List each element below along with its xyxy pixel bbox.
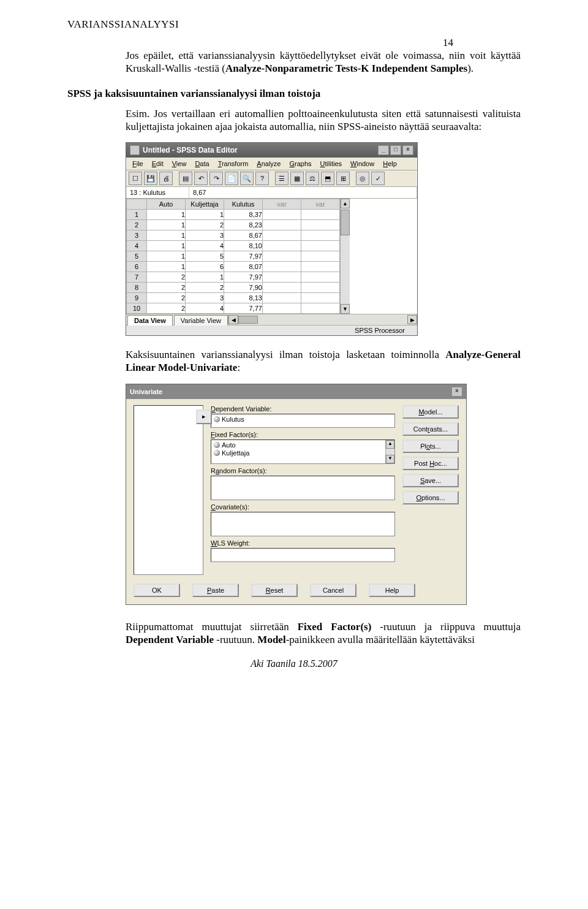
data-table[interactable]: AutoKuljettajaKulutusvarvar 1118,372128,…	[126, 199, 340, 314]
tool-sets-icon[interactable]: ◎	[356, 172, 369, 185]
cell[interactable]: 3	[186, 230, 224, 241]
cell[interactable]: 2	[147, 293, 186, 303]
tab-data-view[interactable]: Data View	[127, 315, 173, 325]
minimize-icon[interactable]: _	[378, 145, 389, 155]
menu-help[interactable]: Help	[379, 159, 401, 169]
tool-weight-icon[interactable]: ⚖	[306, 172, 319, 185]
tool-goto-icon[interactable]: ?	[255, 172, 269, 185]
covariate-box[interactable]	[211, 512, 395, 536]
cell[interactable]: 8,37	[224, 210, 263, 220]
maximize-icon[interactable]: □	[390, 145, 401, 155]
vertical-scrollbar[interactable]: ▲ ▼	[340, 199, 350, 314]
cell[interactable]	[263, 210, 301, 220]
table-row[interactable]: 8227,90	[127, 283, 340, 293]
column-kuljettaja[interactable]: Kuljettaja	[186, 199, 224, 210]
cell[interactable]: 8	[127, 283, 147, 293]
cell[interactable]	[301, 251, 340, 262]
move-right-button[interactable]: ▸	[196, 409, 212, 424]
cell[interactable]	[301, 262, 340, 272]
scroll-up-icon[interactable]: ▲	[341, 199, 350, 208]
cell[interactable]: 7,97	[224, 251, 263, 262]
cell[interactable]: 7,97	[224, 272, 263, 283]
dependent-box[interactable]: Kulutus	[211, 414, 395, 428]
cell[interactable]	[301, 241, 340, 251]
plots-button[interactable]: Plots...	[402, 439, 459, 453]
cell[interactable]	[263, 272, 301, 283]
cell[interactable]	[301, 303, 340, 314]
paste-button[interactable]: Paste	[192, 584, 239, 597]
source-variable-list[interactable]: ▸	[134, 405, 203, 575]
cell[interactable]	[301, 210, 340, 220]
tool-split-icon[interactable]: ⬒	[321, 172, 334, 185]
cell[interactable]: 9	[127, 293, 147, 303]
table-row[interactable]: 5157,97	[127, 251, 340, 262]
tool-find-icon[interactable]: 🔍	[240, 172, 254, 185]
cell[interactable]	[263, 303, 301, 314]
cell[interactable]: 2	[186, 220, 224, 230]
cell[interactable]	[263, 220, 301, 230]
hscroll-thumb[interactable]	[238, 316, 258, 324]
scroll-thumb[interactable]	[341, 210, 350, 235]
table-row[interactable]: 4148,10	[127, 241, 340, 251]
cell[interactable]: 1	[186, 210, 224, 220]
scroll-left-icon[interactable]: ◀	[228, 315, 238, 324]
column-auto[interactable]: Auto	[147, 199, 186, 210]
cell[interactable]	[301, 293, 340, 303]
cell-ref-name[interactable]: 13 : Kulutus	[126, 187, 189, 198]
cell[interactable]: 4	[127, 241, 147, 251]
save-button[interactable]: Save...	[402, 474, 459, 487]
cell[interactable]: 8,23	[224, 220, 263, 230]
cell[interactable]: 1	[147, 241, 186, 251]
cell[interactable]: 1	[147, 230, 186, 241]
table-row[interactable]: 9238,13	[127, 293, 340, 303]
cell[interactable]: 2	[147, 303, 186, 314]
cell[interactable]	[263, 283, 301, 293]
ok-button[interactable]: OK	[134, 584, 180, 597]
tool-vars-icon[interactable]: ☰	[275, 172, 288, 185]
cancel-button[interactable]: Cancel	[310, 584, 356, 597]
post-hoc-button[interactable]: Post Hoc...	[402, 457, 459, 470]
tool-save-icon[interactable]: 💾	[144, 172, 157, 185]
tool-undo-icon[interactable]: 📄	[225, 172, 238, 185]
cell[interactable]	[301, 272, 340, 283]
cell[interactable]: 1	[147, 210, 186, 220]
tool-value-icon[interactable]: ⊞	[336, 172, 350, 185]
cell[interactable]: 4	[186, 303, 224, 314]
menu-transform[interactable]: Transform	[214, 159, 252, 169]
tool-paste-icon[interactable]: ↷	[209, 172, 223, 185]
cell[interactable]	[263, 251, 301, 262]
cell[interactable]: 7,90	[224, 283, 263, 293]
cell[interactable]: 5	[186, 251, 224, 262]
reset-button[interactable]: Reset	[251, 584, 298, 597]
help-button[interactable]: Help	[369, 584, 415, 597]
table-row[interactable]: 7217,97	[127, 272, 340, 283]
menu-utilities[interactable]: Utilities	[317, 159, 345, 169]
contrasts-button[interactable]: Contrasts...	[402, 422, 459, 436]
list-scroll-down-icon[interactable]: ▼	[386, 455, 394, 463]
cell[interactable]: 2	[147, 283, 186, 293]
cell[interactable]: 6	[127, 262, 147, 272]
cell[interactable]: 2	[147, 272, 186, 283]
cell[interactable]: 1	[127, 210, 147, 220]
options-button[interactable]: Options...	[402, 491, 459, 504]
cell[interactable]: 2	[186, 283, 224, 293]
cell[interactable]: 1	[186, 272, 224, 283]
tool-db-icon[interactable]: ▤	[179, 172, 192, 185]
table-row[interactable]: 10247,77	[127, 303, 340, 314]
cell[interactable]: 2	[127, 220, 147, 230]
cell[interactable]: 1	[147, 262, 186, 272]
cell[interactable]	[263, 241, 301, 251]
list-scroll-up-icon[interactable]: ▲	[386, 440, 394, 449]
wls-box[interactable]	[211, 548, 395, 562]
cell[interactable]: 7,77	[224, 303, 263, 314]
cell[interactable]: 10	[127, 303, 147, 314]
cell[interactable]	[301, 283, 340, 293]
tool-cut-icon[interactable]: ↶	[194, 172, 208, 185]
cell[interactable]: 8,13	[224, 293, 263, 303]
cell[interactable]	[263, 262, 301, 272]
cell[interactable]: 1	[147, 251, 186, 262]
tool-labels-icon[interactable]: ✓	[371, 172, 385, 185]
menu-window[interactable]: Window	[347, 159, 378, 169]
random-box[interactable]	[211, 476, 395, 500]
cell-ref-value[interactable]: 8,67	[189, 187, 417, 198]
